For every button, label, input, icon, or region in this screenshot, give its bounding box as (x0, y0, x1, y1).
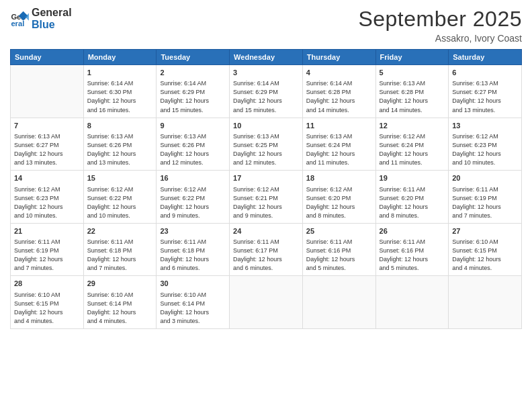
logo-text-line2: Blue (32, 19, 72, 31)
table-row: 22Sunrise: 6:11 AM Sunset: 6:18 PM Dayli… (83, 223, 157, 276)
day-info: Sunrise: 6:10 AM Sunset: 6:14 PM Dayligh… (160, 291, 226, 326)
table-row (230, 276, 303, 329)
day-info: Sunrise: 6:11 AM Sunset: 6:19 PM Dayligh… (14, 238, 80, 273)
day-info: Sunrise: 6:13 AM Sunset: 6:26 PM Dayligh… (160, 132, 226, 167)
day-info: Sunrise: 6:10 AM Sunset: 6:15 PM Dayligh… (452, 238, 518, 273)
day-info: Sunrise: 6:11 AM Sunset: 6:20 PM Dayligh… (380, 185, 445, 220)
day-info: Sunrise: 6:13 AM Sunset: 6:27 PM Dayligh… (452, 79, 518, 114)
day-number: 19 (380, 173, 445, 183)
header: Gen eral General Blue September 2025 Ass… (10, 7, 522, 44)
day-number: 28 (14, 279, 80, 289)
day-number: 17 (233, 173, 299, 183)
day-info: Sunrise: 6:13 AM Sunset: 6:24 PM Dayligh… (306, 132, 372, 167)
table-row: 16Sunrise: 6:12 AM Sunset: 6:22 PM Dayli… (157, 171, 230, 224)
day-number: 13 (452, 121, 518, 131)
day-info: Sunrise: 6:12 AM Sunset: 6:21 PM Dayligh… (233, 185, 299, 220)
day-info: Sunrise: 6:11 AM Sunset: 6:16 PM Dayligh… (306, 238, 372, 273)
table-row: 12Sunrise: 6:12 AM Sunset: 6:24 PM Dayli… (375, 118, 449, 171)
title-block: September 2025 Assakro, Ivory Coast (358, 7, 522, 44)
day-number: 30 (160, 279, 226, 289)
logo-text-line1: General (32, 7, 72, 19)
day-number: 12 (380, 121, 445, 131)
table-row: 30Sunrise: 6:10 AM Sunset: 6:14 PM Dayli… (157, 276, 230, 329)
table-row (375, 276, 449, 329)
day-info: Sunrise: 6:11 AM Sunset: 6:19 PM Dayligh… (452, 185, 518, 220)
day-info: Sunrise: 6:12 AM Sunset: 6:23 PM Dayligh… (14, 185, 80, 220)
table-row (302, 276, 375, 329)
day-info: Sunrise: 6:10 AM Sunset: 6:14 PM Dayligh… (87, 291, 153, 326)
col-wednesday: Wednesday (230, 50, 303, 65)
table-row: 4Sunrise: 6:14 AM Sunset: 6:28 PM Daylig… (302, 65, 375, 118)
day-number: 23 (160, 226, 226, 236)
day-number: 16 (160, 173, 226, 183)
day-info: Sunrise: 6:11 AM Sunset: 6:17 PM Dayligh… (233, 238, 299, 273)
table-row: 14Sunrise: 6:12 AM Sunset: 6:23 PM Dayli… (11, 171, 84, 224)
col-tuesday: Tuesday (157, 50, 230, 65)
table-row: 15Sunrise: 6:12 AM Sunset: 6:22 PM Dayli… (83, 171, 157, 224)
calendar-header-row: Sunday Monday Tuesday Wednesday Thursday… (11, 50, 522, 65)
table-row: 10Sunrise: 6:13 AM Sunset: 6:25 PM Dayli… (230, 118, 303, 171)
table-row: 25Sunrise: 6:11 AM Sunset: 6:16 PM Dayli… (302, 223, 375, 276)
day-info: Sunrise: 6:13 AM Sunset: 6:26 PM Dayligh… (87, 132, 153, 167)
day-number: 29 (87, 279, 153, 289)
table-row: 21Sunrise: 6:11 AM Sunset: 6:19 PM Dayli… (11, 223, 84, 276)
table-row: 1Sunrise: 6:14 AM Sunset: 6:30 PM Daylig… (83, 65, 157, 118)
day-number: 22 (87, 226, 153, 236)
day-info: Sunrise: 6:11 AM Sunset: 6:16 PM Dayligh… (380, 238, 445, 273)
day-info: Sunrise: 6:11 AM Sunset: 6:18 PM Dayligh… (160, 238, 226, 273)
col-friday: Friday (375, 50, 449, 65)
table-row: 9Sunrise: 6:13 AM Sunset: 6:26 PM Daylig… (157, 118, 230, 171)
day-number: 6 (452, 68, 518, 78)
table-row (11, 65, 84, 118)
day-number: 20 (452, 173, 518, 183)
day-number: 4 (306, 68, 372, 78)
day-info: Sunrise: 6:12 AM Sunset: 6:20 PM Dayligh… (306, 185, 372, 220)
table-row: 29Sunrise: 6:10 AM Sunset: 6:14 PM Dayli… (83, 276, 157, 329)
month-year: September 2025 (358, 7, 522, 32)
table-row: 6Sunrise: 6:13 AM Sunset: 6:27 PM Daylig… (449, 65, 522, 118)
col-sunday: Sunday (11, 50, 84, 65)
day-number: 11 (306, 121, 372, 131)
table-row: 5Sunrise: 6:13 AM Sunset: 6:28 PM Daylig… (375, 65, 449, 118)
day-number: 27 (452, 226, 518, 236)
table-row: 19Sunrise: 6:11 AM Sunset: 6:20 PM Dayli… (375, 171, 449, 224)
calendar: Sunday Monday Tuesday Wednesday Thursday… (10, 49, 522, 329)
day-number: 3 (233, 68, 299, 78)
day-info: Sunrise: 6:14 AM Sunset: 6:29 PM Dayligh… (160, 79, 226, 114)
day-info: Sunrise: 6:14 AM Sunset: 6:30 PM Dayligh… (87, 79, 153, 114)
logo: Gen eral General Blue (10, 7, 72, 30)
table-row: 2Sunrise: 6:14 AM Sunset: 6:29 PM Daylig… (157, 65, 230, 118)
day-number: 5 (380, 68, 445, 78)
col-saturday: Saturday (449, 50, 522, 65)
table-row: 7Sunrise: 6:13 AM Sunset: 6:27 PM Daylig… (11, 118, 84, 171)
table-row: 8Sunrise: 6:13 AM Sunset: 6:26 PM Daylig… (83, 118, 157, 171)
col-thursday: Thursday (302, 50, 375, 65)
day-number: 21 (14, 226, 80, 236)
day-number: 2 (160, 68, 226, 78)
logo-icon: Gen eral (10, 9, 29, 28)
day-number: 24 (233, 226, 299, 236)
day-number: 1 (87, 68, 153, 78)
table-row: 28Sunrise: 6:10 AM Sunset: 6:15 PM Dayli… (11, 276, 84, 329)
table-row: 3Sunrise: 6:14 AM Sunset: 6:29 PM Daylig… (230, 65, 303, 118)
day-info: Sunrise: 6:13 AM Sunset: 6:27 PM Dayligh… (14, 132, 80, 167)
day-info: Sunrise: 6:14 AM Sunset: 6:28 PM Dayligh… (306, 79, 372, 114)
table-row: 18Sunrise: 6:12 AM Sunset: 6:20 PM Dayli… (302, 171, 375, 224)
day-number: 10 (233, 121, 299, 131)
day-number: 9 (160, 121, 226, 131)
day-info: Sunrise: 6:12 AM Sunset: 6:22 PM Dayligh… (87, 185, 153, 220)
svg-text:eral: eral (11, 19, 24, 28)
table-row: 27Sunrise: 6:10 AM Sunset: 6:15 PM Dayli… (449, 223, 522, 276)
day-number: 14 (14, 173, 80, 183)
day-info: Sunrise: 6:13 AM Sunset: 6:25 PM Dayligh… (233, 132, 299, 167)
table-row: 20Sunrise: 6:11 AM Sunset: 6:19 PM Dayli… (449, 171, 522, 224)
day-info: Sunrise: 6:12 AM Sunset: 6:24 PM Dayligh… (380, 132, 445, 167)
day-info: Sunrise: 6:14 AM Sunset: 6:29 PM Dayligh… (233, 79, 299, 114)
day-info: Sunrise: 6:11 AM Sunset: 6:18 PM Dayligh… (87, 238, 153, 273)
day-number: 7 (14, 121, 80, 131)
day-info: Sunrise: 6:10 AM Sunset: 6:15 PM Dayligh… (14, 291, 80, 326)
day-number: 18 (306, 173, 372, 183)
table-row (449, 276, 522, 329)
table-row: 24Sunrise: 6:11 AM Sunset: 6:17 PM Dayli… (230, 223, 303, 276)
table-row: 23Sunrise: 6:11 AM Sunset: 6:18 PM Dayli… (157, 223, 230, 276)
